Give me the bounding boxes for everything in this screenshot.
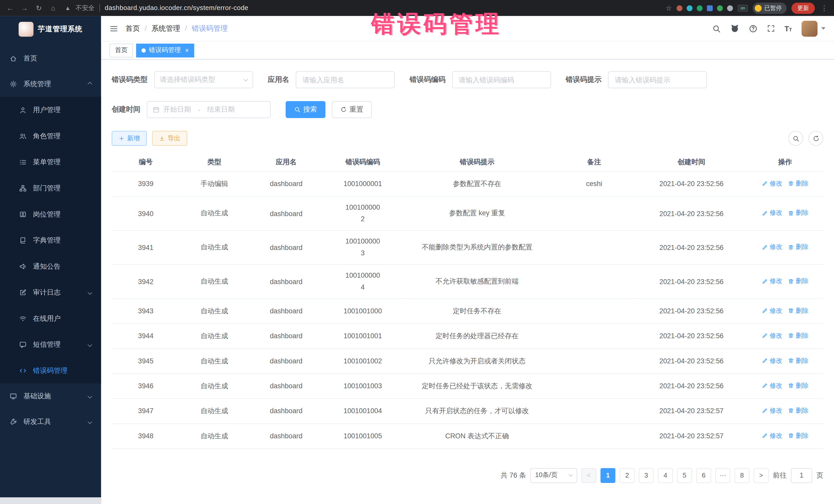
search-button-label: 搜索 <box>303 105 317 114</box>
sidebar-item-menu[interactable]: 菜单管理 <box>0 149 101 175</box>
github-icon[interactable] <box>730 24 739 33</box>
edit-link[interactable]: 修改 <box>762 381 783 390</box>
sidebar-item-role[interactable]: 角色管理 <box>0 123 101 149</box>
edit-link[interactable]: 修改 <box>762 431 783 440</box>
page-button-1[interactable]: 1 <box>600 468 615 483</box>
filter-group-app: 应用名 <box>268 71 395 88</box>
extension-icon[interactable] <box>697 5 703 11</box>
font-size-icon[interactable]: TT <box>785 24 792 32</box>
edit-link[interactable]: 修改 <box>762 243 783 252</box>
cell-code: 1001001004 <box>323 398 402 423</box>
goto-page-input[interactable] <box>791 468 812 483</box>
browser-home-icon[interactable]: ⌂ <box>48 4 58 12</box>
sidebar-item-home[interactable]: 首页 <box>0 46 101 71</box>
help-icon[interactable] <box>749 24 757 32</box>
sidebar-item-label: 角色管理 <box>33 131 61 140</box>
sidebar-item-system[interactable]: 系统管理 <box>0 71 101 97</box>
bookmark-star-icon[interactable]: ☆ <box>666 4 672 12</box>
cell-time: 2021-04-20 23:52:56 <box>636 230 747 264</box>
reset-button-label: 重置 <box>350 105 364 114</box>
browser-menu-icon[interactable]: ⋮ <box>820 4 829 12</box>
edit-link[interactable]: 修改 <box>762 209 783 218</box>
date-range-picker[interactable]: 开始日期 - 结束日期 <box>147 101 271 118</box>
edit-link[interactable]: 修改 <box>762 306 783 315</box>
cell-code: 1001000001 <box>323 171 402 196</box>
delete-link[interactable]: 删除 <box>788 243 809 252</box>
page-button-8[interactable]: 8 <box>734 468 749 483</box>
back-icon[interactable]: ← <box>5 4 15 12</box>
tab-home[interactable]: 首页 <box>110 43 133 57</box>
tab-close-icon[interactable]: × <box>185 46 189 54</box>
sidebar-collapse-bar[interactable] <box>0 497 101 504</box>
page-button-2[interactable]: 2 <box>620 468 635 483</box>
edit-link[interactable]: 修改 <box>762 277 783 286</box>
error-type-select[interactable]: 请选择错误码类型 <box>154 71 253 88</box>
extension-icon[interactable] <box>687 5 693 11</box>
delete-link[interactable]: 删除 <box>788 431 809 440</box>
browser-update-button[interactable]: 更新 <box>791 2 815 14</box>
delete-link[interactable]: 删除 <box>788 381 809 390</box>
delete-link[interactable]: 删除 <box>788 331 809 340</box>
sidebar-item-dict[interactable]: 字典管理 <box>0 227 101 253</box>
app-name-input[interactable] <box>295 71 395 88</box>
filter-group-msg: 错误码提示 <box>566 71 707 88</box>
page-button-3[interactable]: 3 <box>639 468 654 483</box>
delete-link[interactable]: 删除 <box>788 277 809 286</box>
forward-icon[interactable]: → <box>20 4 29 12</box>
search-icon[interactable] <box>712 24 721 32</box>
error-code-input[interactable] <box>452 71 551 88</box>
edit-link[interactable]: 修改 <box>762 331 783 340</box>
page-size-select[interactable]: 10条/页 <box>530 468 577 483</box>
export-button[interactable]: 导出 <box>152 131 187 146</box>
cell-code: 1001000003 <box>323 230 402 264</box>
breadcrumb-item[interactable]: 系统管理 <box>151 24 180 33</box>
sidebar-item-dev-tool[interactable]: 研发工具 <box>0 409 101 435</box>
sidebar-item-infra[interactable]: 基础设施 <box>0 384 101 409</box>
extension-icon[interactable] <box>677 5 683 11</box>
error-msg-input[interactable] <box>608 71 707 88</box>
sidebar-item-user[interactable]: 用户管理 <box>0 97 101 123</box>
sidebar-item-sms[interactable]: 短信管理 <box>0 331 101 357</box>
edit-link[interactable]: 修改 <box>762 406 783 415</box>
refresh-table-button[interactable] <box>809 131 824 146</box>
edit-link[interactable]: 修改 <box>762 356 783 365</box>
page-button-6[interactable]: 6 <box>696 468 711 483</box>
extension-icon[interactable] <box>717 5 723 11</box>
extension-icon[interactable] <box>727 5 733 11</box>
page-button-5[interactable]: 5 <box>677 468 692 483</box>
delete-link[interactable]: 删除 <box>788 406 809 415</box>
breadcrumb-item[interactable]: 首页 <box>126 24 140 33</box>
sidebar-item-post[interactable]: 岗位管理 <box>0 201 101 227</box>
profile-paused-chip[interactable]: 已暂停 <box>753 2 787 14</box>
hamburger-icon[interactable] <box>110 24 118 32</box>
breadcrumb: 首页/系统管理/错误码管理 <box>126 24 227 33</box>
sidebar-item-dept[interactable]: 部门管理 <box>0 175 101 201</box>
sidebar-item-online-user[interactable]: 在线用户 <box>0 305 101 332</box>
delete-link[interactable]: 删除 <box>788 356 809 365</box>
add-button[interactable]: 新增 <box>112 131 147 146</box>
user-avatar[interactable] <box>802 21 826 37</box>
extension-icon[interactable] <box>707 5 713 11</box>
page-button-4[interactable]: 4 <box>658 468 673 483</box>
delete-link[interactable]: 删除 <box>788 179 809 188</box>
security-label[interactable]: 不安全 <box>75 3 95 12</box>
extension-on-badge[interactable]: on <box>738 5 748 12</box>
tab-error-code[interactable]: 错误码管理× <box>136 43 194 57</box>
delete-link[interactable]: 删除 <box>788 306 809 315</box>
delete-link[interactable]: 删除 <box>788 209 809 218</box>
fullscreen-icon[interactable] <box>767 24 775 32</box>
show-search-button[interactable] <box>788 131 803 146</box>
sidebar-item-notice[interactable]: 通知公告 <box>0 253 101 280</box>
search-button[interactable]: 搜索 <box>286 101 325 118</box>
app-logo[interactable]: 芋道管理系统 <box>0 16 101 43</box>
url-text[interactable]: dashboard.yudao.iocoder.cn/system/error-… <box>105 4 248 12</box>
next-page-button[interactable]: > <box>754 468 769 483</box>
pager-ellipsis[interactable]: ··· <box>716 468 730 483</box>
prev-page-button[interactable]: < <box>581 468 596 483</box>
avatar-image <box>802 21 817 37</box>
sidebar-item-audit-log[interactable]: 审计日志 <box>0 279 101 305</box>
sidebar-item-error-code[interactable]: 错误码管理 <box>0 357 101 384</box>
reload-icon[interactable]: ↻ <box>34 4 44 12</box>
edit-link[interactable]: 修改 <box>762 179 783 188</box>
reset-button[interactable]: 重置 <box>332 101 372 118</box>
